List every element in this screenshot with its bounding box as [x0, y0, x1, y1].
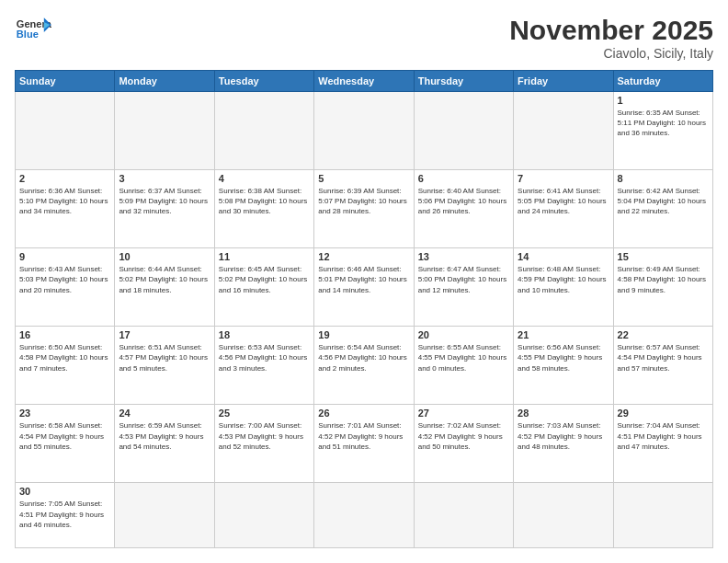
day-info: Sunrise: 6:42 AM Sunset: 5:04 PM Dayligh…: [618, 186, 709, 217]
calendar-cell: 1Sunrise: 6:35 AM Sunset: 5:11 PM Daylig…: [613, 92, 712, 170]
day-number: 13: [418, 251, 509, 262]
day-info: Sunrise: 6:48 AM Sunset: 4:59 PM Dayligh…: [518, 264, 609, 295]
day-number: 29: [618, 408, 709, 419]
calendar-cell: 7Sunrise: 6:41 AM Sunset: 5:05 PM Daylig…: [514, 170, 613, 248]
calendar-cell: 15Sunrise: 6:49 AM Sunset: 4:58 PM Dayli…: [613, 248, 712, 327]
day-number: 17: [119, 329, 210, 340]
calendar-cell: 24Sunrise: 6:59 AM Sunset: 4:53 PM Dayli…: [115, 405, 214, 483]
day-info: Sunrise: 6:47 AM Sunset: 5:00 PM Dayligh…: [418, 264, 509, 295]
calendar-day-header: Sunday: [16, 71, 115, 92]
logo: General Blue: [15, 15, 51, 42]
day-number: 20: [418, 329, 509, 340]
calendar-cell: [214, 92, 313, 170]
calendar-day-header: Tuesday: [214, 71, 313, 92]
day-info: Sunrise: 6:49 AM Sunset: 4:58 PM Dayligh…: [618, 264, 709, 295]
calendar-cell: 5Sunrise: 6:39 AM Sunset: 5:07 PM Daylig…: [314, 170, 414, 248]
page: General Blue November 2025 Ciavolo, Sici…: [0, 0, 728, 563]
calendar-week-row: 30Sunrise: 7:05 AM Sunset: 4:51 PM Dayli…: [16, 483, 713, 548]
calendar-cell: 20Sunrise: 6:55 AM Sunset: 4:55 PM Dayli…: [414, 327, 513, 405]
day-info: Sunrise: 7:00 AM Sunset: 4:53 PM Dayligh…: [219, 420, 310, 452]
calendar-cell: [314, 483, 414, 548]
calendar-week-row: 23Sunrise: 6:58 AM Sunset: 4:54 PM Dayli…: [16, 405, 713, 483]
calendar-cell: 2Sunrise: 6:36 AM Sunset: 5:10 PM Daylig…: [16, 170, 115, 248]
calendar-cell: 27Sunrise: 7:02 AM Sunset: 4:52 PM Dayli…: [414, 405, 513, 483]
day-info: Sunrise: 6:56 AM Sunset: 4:55 PM Dayligh…: [518, 342, 609, 373]
logo-icon: General Blue: [15, 15, 51, 42]
calendar-week-row: 1Sunrise: 6:35 AM Sunset: 5:11 PM Daylig…: [16, 92, 713, 170]
calendar-cell: 26Sunrise: 7:01 AM Sunset: 4:52 PM Dayli…: [314, 405, 414, 483]
day-number: 12: [318, 251, 409, 262]
calendar-table: SundayMondayTuesdayWednesdayThursdayFrid…: [15, 70, 713, 548]
calendar-cell: [414, 483, 513, 548]
calendar-cell: 17Sunrise: 6:51 AM Sunset: 4:57 PM Dayli…: [115, 327, 214, 405]
day-info: Sunrise: 6:53 AM Sunset: 4:56 PM Dayligh…: [219, 342, 310, 373]
calendar-cell: 6Sunrise: 6:40 AM Sunset: 5:06 PM Daylig…: [414, 170, 513, 248]
day-number: 26: [318, 408, 409, 419]
day-number: 4: [219, 173, 310, 184]
calendar-day-header: Thursday: [414, 71, 513, 92]
day-info: Sunrise: 6:51 AM Sunset: 4:57 PM Dayligh…: [119, 342, 210, 373]
day-info: Sunrise: 6:45 AM Sunset: 5:02 PM Dayligh…: [219, 264, 310, 295]
calendar-day-header: Monday: [115, 71, 214, 92]
day-info: Sunrise: 6:44 AM Sunset: 5:02 PM Dayligh…: [119, 264, 210, 295]
calendar-cell: 3Sunrise: 6:37 AM Sunset: 5:09 PM Daylig…: [115, 170, 214, 248]
day-info: Sunrise: 7:02 AM Sunset: 4:52 PM Dayligh…: [418, 420, 509, 452]
day-info: Sunrise: 6:46 AM Sunset: 5:01 PM Dayligh…: [318, 264, 409, 295]
calendar-cell: 8Sunrise: 6:42 AM Sunset: 5:04 PM Daylig…: [613, 170, 712, 248]
day-number: 27: [418, 408, 509, 419]
day-number: 2: [19, 173, 110, 184]
calendar-day-header: Saturday: [613, 71, 712, 92]
calendar-cell: 10Sunrise: 6:44 AM Sunset: 5:02 PM Dayli…: [115, 248, 214, 327]
calendar-week-row: 9Sunrise: 6:43 AM Sunset: 5:03 PM Daylig…: [16, 248, 713, 327]
calendar-cell: 4Sunrise: 6:38 AM Sunset: 5:08 PM Daylig…: [214, 170, 313, 248]
day-number: 14: [518, 251, 609, 262]
day-number: 15: [618, 251, 709, 262]
calendar-day-header: Wednesday: [314, 71, 414, 92]
calendar-cell: [115, 92, 214, 170]
day-info: Sunrise: 7:04 AM Sunset: 4:51 PM Dayligh…: [618, 420, 709, 452]
calendar-cell: 9Sunrise: 6:43 AM Sunset: 5:03 PM Daylig…: [16, 248, 115, 327]
calendar-cell: [514, 483, 613, 548]
day-number: 25: [219, 408, 310, 419]
calendar-cell: 29Sunrise: 7:04 AM Sunset: 4:51 PM Dayli…: [613, 405, 712, 483]
calendar-cell: 11Sunrise: 6:45 AM Sunset: 5:02 PM Dayli…: [214, 248, 313, 327]
day-info: Sunrise: 7:01 AM Sunset: 4:52 PM Dayligh…: [318, 420, 409, 452]
day-number: 9: [19, 251, 110, 262]
day-info: Sunrise: 6:55 AM Sunset: 4:55 PM Dayligh…: [418, 342, 509, 373]
day-number: 24: [119, 408, 210, 419]
calendar-day-header: Friday: [514, 71, 613, 92]
day-info: Sunrise: 6:35 AM Sunset: 5:11 PM Dayligh…: [618, 108, 709, 139]
calendar-cell: [414, 92, 513, 170]
calendar-cell: [16, 92, 115, 170]
day-number: 18: [219, 329, 310, 340]
calendar-week-row: 16Sunrise: 6:50 AM Sunset: 4:58 PM Dayli…: [16, 327, 713, 405]
day-number: 11: [219, 251, 310, 262]
day-info: Sunrise: 7:05 AM Sunset: 4:51 PM Dayligh…: [19, 499, 110, 530]
day-number: 7: [518, 173, 609, 184]
calendar-header-row: SundayMondayTuesdayWednesdayThursdayFrid…: [16, 71, 713, 92]
day-info: Sunrise: 6:59 AM Sunset: 4:53 PM Dayligh…: [119, 420, 210, 452]
day-number: 22: [618, 329, 709, 340]
month-title: November 2025: [509, 15, 713, 46]
day-info: Sunrise: 6:38 AM Sunset: 5:08 PM Dayligh…: [219, 186, 310, 217]
calendar-cell: 23Sunrise: 6:58 AM Sunset: 4:54 PM Dayli…: [16, 405, 115, 483]
calendar-cell: 30Sunrise: 7:05 AM Sunset: 4:51 PM Dayli…: [16, 483, 115, 548]
header: General Blue November 2025 Ciavolo, Sici…: [15, 15, 713, 61]
day-number: 3: [119, 173, 210, 184]
location: Ciavolo, Sicily, Italy: [509, 46, 713, 61]
calendar-cell: 12Sunrise: 6:46 AM Sunset: 5:01 PM Dayli…: [314, 248, 414, 327]
svg-text:Blue: Blue: [17, 29, 39, 40]
day-info: Sunrise: 6:57 AM Sunset: 4:54 PM Dayligh…: [618, 342, 709, 373]
day-info: Sunrise: 6:54 AM Sunset: 4:56 PM Dayligh…: [318, 342, 409, 373]
day-number: 10: [119, 251, 210, 262]
calendar-cell: [214, 483, 313, 548]
day-number: 21: [518, 329, 609, 340]
calendar-cell: 16Sunrise: 6:50 AM Sunset: 4:58 PM Dayli…: [16, 327, 115, 405]
calendar-week-row: 2Sunrise: 6:36 AM Sunset: 5:10 PM Daylig…: [16, 170, 713, 248]
day-info: Sunrise: 6:50 AM Sunset: 4:58 PM Dayligh…: [19, 342, 110, 373]
day-number: 19: [318, 329, 409, 340]
calendar-cell: 28Sunrise: 7:03 AM Sunset: 4:52 PM Dayli…: [514, 405, 613, 483]
calendar-cell: [514, 92, 613, 170]
calendar-cell: 22Sunrise: 6:57 AM Sunset: 4:54 PM Dayli…: [613, 327, 712, 405]
day-number: 23: [19, 408, 110, 419]
